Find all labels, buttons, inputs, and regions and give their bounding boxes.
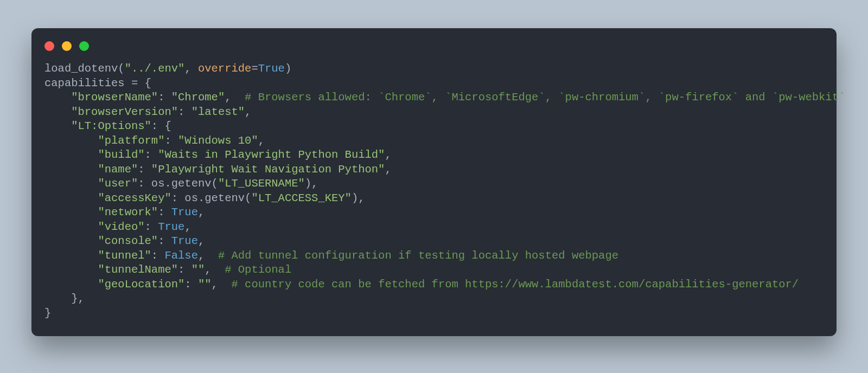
override-val: True <box>258 62 285 75</box>
user-key: "user" <box>98 177 138 190</box>
build-val: "Waits in Playwright Python Build" <box>158 149 385 161</box>
maximize-icon[interactable] <box>79 41 89 51</box>
browser-version-key: "browserVersion" <box>71 106 178 118</box>
platform-val: "Windows 10" <box>178 134 258 147</box>
window-controls <box>44 41 89 51</box>
platform-key: "platform" <box>98 134 164 147</box>
geolocation-comment: # country code can be fetched from https… <box>231 278 799 291</box>
name-val: "Playwright Wait Navigation Python" <box>151 163 385 176</box>
tunnelname-comment: # Optional <box>225 263 291 276</box>
video-key: "video" <box>98 221 144 233</box>
os-ref: os <box>151 177 165 190</box>
false-val: False <box>164 249 198 262</box>
lt-access-key: "LT_ACCESS_KEY" <box>251 192 352 204</box>
minimize-icon[interactable] <box>62 41 72 51</box>
code-block: load_dotenv("../.env", override=True) ca… <box>44 62 845 320</box>
browser-name-comment: # Browsers allowed: `Chrome`, `Microsoft… <box>245 91 845 104</box>
lt-username: "LT_USERNAME" <box>218 177 305 190</box>
fn-load-dotenv: load_dotenv <box>44 62 118 75</box>
build-key: "build" <box>98 149 144 161</box>
tunnel-comment: # Add tunnel configuration if testing lo… <box>218 249 618 262</box>
close-icon[interactable] <box>44 41 54 51</box>
tunnelname-key: "tunnelName" <box>98 263 178 276</box>
console-key: "console" <box>98 235 158 247</box>
paren-open: ( <box>118 62 124 75</box>
accesskey-key: "accessKey" <box>98 192 171 204</box>
code-window: load_dotenv("../.env", override=True) ca… <box>31 28 837 336</box>
browser-name-val: "Chrome" <box>171 91 225 104</box>
network-key: "network" <box>98 206 158 218</box>
tunnel-key: "tunnel" <box>98 249 151 262</box>
capabilities-var: capabilities <box>44 77 125 89</box>
browser-name-key: "browserName" <box>71 91 158 104</box>
browser-version-val: "latest" <box>192 106 245 118</box>
dotenv-path: "../.env" <box>125 62 185 75</box>
override-kw: override <box>198 62 251 75</box>
lt-options-key: "LT:Options" <box>71 120 151 132</box>
geolocation-key: "geoLocation" <box>98 278 184 291</box>
name-key: "name" <box>98 163 138 176</box>
